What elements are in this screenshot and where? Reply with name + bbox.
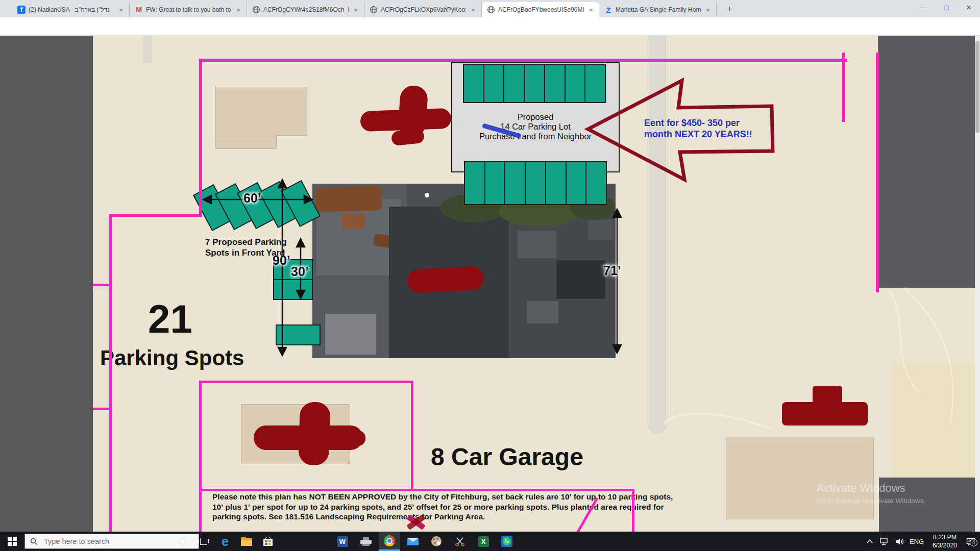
pdf-viewer-background: Proposed 14 Car Parking Lot Purchase Lan…	[0, 36, 980, 532]
notification-icon: 4	[966, 538, 975, 545]
maximize-button[interactable]: □	[935, 0, 958, 15]
speaker-icon	[896, 538, 904, 545]
mail-button[interactable]	[402, 532, 424, 551]
close-icon[interactable]: ×	[234, 6, 242, 14]
x-mark	[406, 515, 427, 529]
network-button[interactable]	[877, 532, 892, 551]
desktop: f (2) NadlanUSA - נדל"ן בארה"ב × M FW: G…	[0, 0, 980, 551]
search-input[interactable]	[43, 537, 186, 546]
tab-gmail[interactable]: M FW: Great to talk to you both tod ×	[130, 2, 247, 17]
watermark-line1: Activate Windows	[817, 482, 925, 495]
new-tab-button[interactable]: +	[723, 3, 736, 16]
scrollbar-thumb[interactable]	[975, 41, 979, 133]
tab-pdf-1[interactable]: ACFrOgCYWr4s2S18fM6Och_Mo ×	[247, 2, 364, 17]
front-yard-line1: 7 Proposed Parking	[205, 237, 287, 247]
word-icon: W	[337, 536, 348, 547]
edge-button[interactable]: e	[214, 532, 236, 551]
file-explorer-icon	[241, 537, 252, 546]
clock[interactable]: 8:23 PM 6/3/2020	[926, 533, 964, 549]
close-icon[interactable]: ×	[469, 6, 477, 14]
chrome-icon	[384, 535, 395, 546]
front-yard-label: 7 Proposed Parking Spots in Front Yard	[205, 237, 287, 258]
hand-drawn-arrow	[588, 81, 773, 180]
paint-icon	[431, 536, 442, 546]
parcel-line	[199, 489, 634, 491]
volume-button[interactable]	[892, 532, 908, 551]
close-icon[interactable]: ×	[352, 6, 360, 14]
parcel-line	[93, 408, 110, 410]
edge-icon: e	[222, 535, 229, 548]
note-line2: 10' plus 1' per spot for up to 24 parkin…	[212, 502, 713, 512]
action-center-button[interactable]: 4	[962, 532, 980, 551]
tab-pdf-active[interactable]: ACFrOgBooFYbweesUISe96MivLk ×	[482, 2, 599, 17]
tab-title: ACFrOgBooFYbweesUISe96MivLk	[498, 6, 584, 13]
excel-button[interactable]: X	[473, 532, 494, 551]
store-button[interactable]	[257, 532, 279, 551]
browser-tab-bar: f (2) NadlanUSA - נדל"ן בארה"ב × M FW: G…	[0, 0, 980, 17]
snipping-tool-button[interactable]	[449, 532, 471, 551]
redaction-blob	[407, 266, 484, 293]
dim-60ft: 60’	[243, 191, 261, 206]
fax-button[interactable]	[355, 532, 377, 551]
approval-note: Please note this plan has NOT BEEN APPRO…	[212, 492, 713, 522]
tray-chevron-button[interactable]	[863, 532, 877, 551]
garage-label: 8 Car Garage	[431, 443, 583, 471]
facebook-icon: f	[17, 6, 26, 14]
tab-pdf-2[interactable]: ACFrOgCzFLkOXp6VahPyKooxJp ×	[364, 2, 482, 17]
redaction-blob	[298, 402, 331, 466]
dim-71ft: 71’	[603, 263, 621, 278]
cortana-button[interactable]	[172, 532, 193, 551]
browser-toolbar: ← → doc-0s-3k-apps-viewer.googleusercont…	[0, 17, 980, 36]
printer-icon	[360, 537, 372, 546]
parcel-line	[199, 59, 847, 62]
tray-date: 6/3/2020	[926, 541, 964, 549]
close-icon[interactable]: ×	[587, 6, 595, 14]
parcel-line	[842, 53, 845, 122]
chrome-button[interactable]	[379, 532, 400, 551]
site-plan-page: Proposed 14 Car Parking Lot Purchase Lan…	[93, 36, 980, 532]
word-button[interactable]: W	[332, 532, 353, 551]
activate-windows-watermark: Activate Windows Go to Settings to activ…	[817, 482, 925, 505]
tray-time: 8:23 PM	[926, 533, 964, 541]
network-icon	[880, 538, 889, 545]
globe-icon	[487, 6, 495, 14]
tab-title: Marietta GA Single Family Home	[616, 6, 701, 13]
front-yard-line2: Spots in Front Yard	[205, 247, 287, 258]
parcel-line	[109, 214, 201, 217]
mail-icon	[407, 538, 419, 545]
whatsapp-button[interactable]	[496, 532, 518, 551]
file-explorer-button[interactable]	[236, 532, 257, 551]
close-icon[interactable]: ×	[704, 6, 712, 14]
store-icon	[263, 537, 273, 546]
parcel-line	[411, 381, 413, 491]
gmail-icon: M	[135, 6, 143, 14]
parcel-line	[632, 489, 634, 532]
globe-icon	[252, 6, 260, 14]
cortana-icon	[178, 537, 187, 546]
tab-title: ACFrOgCzFLkOXp6VahPyKooxJp	[381, 6, 466, 13]
watermark-line2: Go to Settings to activate Windows.	[817, 497, 925, 505]
dim-30ft: 30’	[291, 264, 309, 279]
start-button[interactable]	[0, 532, 24, 551]
parcel-line	[199, 381, 202, 532]
taskbar: e W	[0, 532, 980, 551]
language-indicator[interactable]: ENG	[908, 532, 926, 551]
task-view-button[interactable]	[193, 532, 214, 551]
excel-icon: X	[478, 536, 489, 547]
redaction-blob	[338, 431, 365, 446]
parcel-line	[93, 284, 110, 286]
tab-facebook[interactable]: f (2) NadlanUSA - נדל"ן בארה"ב ×	[12, 2, 130, 17]
minimize-button[interactable]: —	[913, 0, 935, 15]
close-icon[interactable]: ×	[117, 6, 125, 14]
zillow-icon: Z	[604, 6, 612, 14]
parcel-line	[199, 59, 202, 217]
tab-title: (2) NadlanUSA - נדל"ן בארה"ב	[29, 6, 114, 13]
total-spots-label: Parking Spots	[100, 346, 244, 370]
tab-zillow[interactable]: Z Marietta GA Single Family Home ×	[599, 2, 717, 17]
paint-button[interactable]	[426, 532, 447, 551]
scissors-icon	[455, 536, 465, 546]
window-close-button[interactable]: ×	[958, 0, 980, 15]
windows-logo-icon	[8, 537, 17, 546]
globe-icon	[370, 6, 378, 14]
scrollbar[interactable]	[975, 36, 980, 532]
